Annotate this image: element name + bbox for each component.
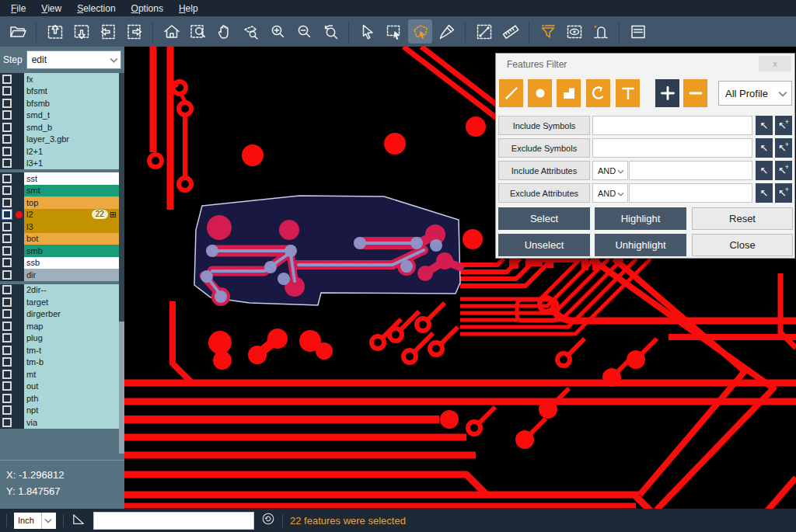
layer-row[interactable]: l3 (0, 221, 124, 233)
layer-checkbox[interactable] (0, 85, 13, 98)
layer-row[interactable]: plug (0, 332, 124, 345)
pick-arrow-button[interactable]: ↖ (756, 161, 773, 180)
layer-row[interactable]: sst (0, 172, 124, 185)
layer-row[interactable]: l2 22 ⊞ (0, 209, 124, 221)
layer-checkbox[interactable] (0, 134, 13, 146)
layer-row[interactable]: dir (0, 269, 124, 281)
zoom-in-icon[interactable] (265, 19, 289, 43)
sync-icon[interactable] (261, 512, 275, 529)
zoom-previous-icon[interactable] (318, 19, 342, 43)
select-polygon-icon[interactable] (408, 19, 432, 43)
unhighlight-button[interactable]: Unhighlight (595, 234, 686, 256)
layer-row[interactable]: 2dir-- (0, 284, 124, 297)
pick-arrow-button[interactable]: ↖ (756, 138, 773, 158)
layer-row[interactable]: dirgerber (0, 308, 124, 321)
feature-type-line-button[interactable] (499, 79, 523, 107)
layer-checkbox[interactable] (0, 158, 13, 170)
select-rectangle-icon[interactable] (382, 19, 406, 43)
layer-row[interactable]: via (0, 416, 124, 429)
pick-arrow-button[interactable]: ↖ (756, 183, 773, 203)
exclude-symbols-button[interactable]: Exclude Symbols (498, 138, 590, 158)
menu-selection[interactable]: Selection (69, 2, 123, 16)
pan-up-icon[interactable] (43, 19, 67, 43)
select-brush-icon[interactable] (435, 19, 459, 43)
menu-options[interactable]: Options (124, 2, 171, 16)
layer-row[interactable]: ssb (0, 257, 124, 269)
layer-checkbox[interactable] (0, 245, 13, 257)
profile-select[interactable]: All Profile (718, 81, 792, 106)
menu-file[interactable]: File (3, 2, 33, 16)
layer-checkbox[interactable] (0, 73, 13, 85)
layer-checkbox[interactable] (0, 209, 13, 221)
layer-checkbox[interactable] (0, 356, 13, 369)
layer-row[interactable]: smd_b (0, 121, 124, 134)
layer-checkbox[interactable] (0, 97, 13, 110)
angle-measure-icon[interactable] (71, 511, 86, 530)
include-symbols-input[interactable] (592, 116, 752, 135)
unselect-button[interactable]: Unselect (498, 234, 590, 256)
zoom-out-icon[interactable] (292, 19, 316, 43)
pick-arrow-add-button[interactable]: ↖+ (775, 138, 792, 158)
pick-arrow-add-button[interactable]: ↖+ (775, 183, 792, 203)
layer-checkbox[interactable] (0, 416, 13, 429)
feature-type-surface-button[interactable] (557, 79, 581, 107)
pan-right-icon[interactable] (122, 19, 146, 43)
layer-checkbox[interactable] (0, 172, 13, 185)
layer-checkbox[interactable] (0, 392, 13, 405)
layer-row[interactable]: npt (0, 405, 124, 417)
layer-row[interactable]: smb (0, 245, 124, 257)
layer-row[interactable]: tm-b (0, 356, 124, 369)
pick-arrow-button[interactable]: ↖ (756, 116, 773, 135)
exclude-symbols-input[interactable] (592, 138, 752, 158)
reset-button[interactable]: Reset (692, 207, 793, 230)
open-folder-icon[interactable] (5, 19, 30, 43)
menu-help[interactable]: Help (171, 2, 206, 16)
step-select[interactable]: edit (26, 50, 121, 69)
layer-checkbox[interactable] (0, 308, 13, 321)
layer-checkbox[interactable] (0, 233, 13, 245)
layer-checkbox[interactable] (0, 284, 13, 297)
layer-checkbox[interactable] (0, 221, 13, 233)
zoom-object-icon[interactable] (239, 19, 263, 43)
layer-row[interactable]: tm-t (0, 344, 124, 356)
units-select[interactable]: Inch (14, 513, 56, 529)
select-cursor-icon[interactable] (355, 19, 379, 43)
exclude-attributes-button[interactable]: Exclude Attributes (498, 183, 590, 203)
layer-checkbox[interactable] (0, 121, 13, 134)
layer-checkbox[interactable] (0, 257, 13, 269)
layer-checkbox[interactable] (0, 196, 13, 209)
pick-arrow-add-button[interactable]: ↖+ (775, 161, 792, 180)
layer-checkbox[interactable] (0, 296, 13, 308)
layer-row[interactable]: bfsmt (0, 85, 124, 98)
mode-add-button[interactable] (655, 79, 679, 107)
layer-checkbox[interactable] (0, 185, 13, 197)
zoom-area-icon[interactable] (186, 19, 210, 43)
include-attributes-button[interactable]: Include Attributes (498, 161, 590, 180)
highlight-button[interactable]: Highlight (595, 207, 686, 230)
include-attributes-input[interactable] (629, 161, 752, 180)
layer-row[interactable]: mt (0, 368, 124, 381)
layer-row[interactable]: bfsmb (0, 97, 124, 110)
layer-row[interactable]: bot (0, 233, 124, 245)
mode-remove-button[interactable] (683, 79, 707, 107)
layer-checkbox[interactable] (0, 368, 13, 381)
snap-icon[interactable] (588, 19, 613, 43)
feature-type-pad-button[interactable] (528, 79, 552, 107)
scrollbar-thumb[interactable] (119, 322, 124, 454)
exclude-attributes-input[interactable] (629, 183, 752, 203)
layer-row[interactable]: smt (0, 185, 124, 197)
layer-checkbox[interactable] (0, 405, 13, 417)
layer-checkbox[interactable] (0, 269, 13, 281)
command-input[interactable] (93, 512, 254, 530)
exclude-attributes-operator-select[interactable]: AND (592, 183, 628, 203)
layers-panel-icon[interactable] (626, 19, 650, 43)
select-button[interactable]: Select (498, 207, 590, 230)
include-attributes-operator-select[interactable]: AND (592, 161, 628, 180)
layer-checkbox[interactable] (0, 332, 13, 345)
pan-hand-icon[interactable] (212, 19, 236, 43)
measure-distance-icon[interactable] (472, 19, 496, 43)
sidebar-scrollbar[interactable] (119, 73, 124, 429)
view-visibility-icon[interactable] (562, 19, 586, 43)
layer-row[interactable]: l2+1 (0, 145, 124, 158)
layer-row[interactable]: map (0, 320, 124, 332)
